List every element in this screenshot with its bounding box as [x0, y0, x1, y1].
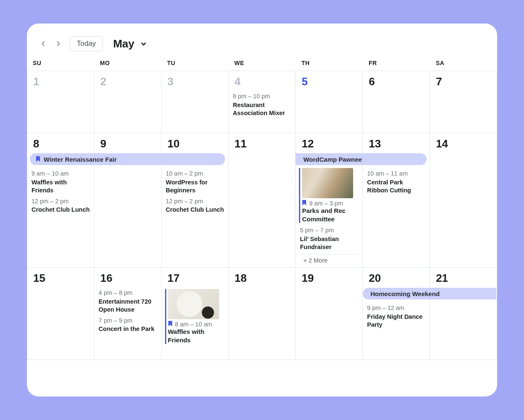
day-number: 3 — [162, 71, 228, 91]
calendar-window: Today May SU MO TU WE TH FR SA 1 2 3 4 8… — [27, 24, 497, 396]
dow-tu: TU — [161, 60, 228, 66]
dow-fr: FR — [363, 60, 430, 66]
dow-sa: SA — [430, 60, 497, 66]
event-time: 12 pm – 2 pm — [31, 197, 90, 206]
day-cell-6[interactable]: 6 — [363, 71, 430, 133]
day-number: 11 — [229, 133, 296, 153]
day-number: 20 — [363, 268, 430, 287]
event-time: 10 am – 2 pm — [166, 170, 224, 178]
dow-th: TH — [296, 60, 363, 66]
event-title: Friday Night Dance Party — [367, 313, 422, 328]
month-label: May — [113, 37, 134, 50]
day-cell-7[interactable]: 7 — [430, 71, 497, 133]
event-time: 10 am – 11 am — [367, 170, 425, 178]
event-time: 12 pm – 2 pm — [166, 197, 224, 206]
day-cell-16[interactable]: 16 4 pm – 8 pm Entertainment 720 Open Ho… — [94, 268, 162, 360]
event[interactable]: 10 am – 2 pm WordPress for Beginners — [162, 168, 228, 196]
day-cell-8[interactable]: 8 Winter Renaissance Fair 9 am – 10 am W… — [27, 133, 94, 268]
today-button[interactable]: Today — [70, 36, 103, 51]
day-number: 19 — [296, 268, 362, 287]
event-time: 7 pm – 9 pm — [99, 317, 157, 325]
dow-su: SU — [27, 60, 94, 66]
event[interactable]: 7 pm – 9 pm Concert in the Park — [94, 315, 161, 334]
day-cell-17[interactable]: 17 8 am – 10 am Waffles with Friends — [162, 268, 229, 360]
day-number: 21 — [430, 268, 497, 287]
multi-day-event-label: Homecoming Weekend — [370, 290, 440, 297]
event[interactable]: 9 pm – 12 am Friday Night Dance Party — [363, 302, 430, 330]
event[interactable]: 12 pm – 2 pm Crochet Club Lunch — [162, 196, 228, 215]
day-number: 8 — [27, 133, 94, 153]
event-time: 5 pm – 7 pm — [300, 226, 358, 235]
day-number: 15 — [27, 268, 94, 287]
more-events-link[interactable]: + 2 More — [299, 254, 359, 264]
event[interactable]: 12 pm – 2 pm Crochet Club Lunch — [27, 196, 94, 215]
chevron-left-icon — [41, 41, 47, 47]
event-time: 9 pm – 12 am — [367, 304, 425, 312]
day-of-week-header: SU MO TU WE TH FR SA — [27, 60, 497, 71]
event[interactable]: 10 am – 11 am Central Park Ribbon Cuttin… — [363, 168, 430, 196]
day-cell-21[interactable]: 21 — [430, 268, 497, 360]
day-number: 13 — [363, 133, 430, 153]
nav-arrows — [39, 39, 63, 49]
day-cell-18[interactable]: 18 — [229, 268, 296, 360]
event-thumbnail — [168, 289, 219, 319]
day-number: 6 — [363, 71, 430, 91]
chevron-right-icon — [55, 41, 61, 47]
event-title: Entertainment 720 Open House — [99, 298, 152, 313]
event-time: 4 pm – 8 pm — [99, 289, 157, 297]
toolbar: Today May — [27, 36, 497, 60]
bookmark-icon — [36, 156, 40, 163]
event-title: Lil’ Sebastian Fundraiser — [300, 236, 339, 251]
day-number: 2 — [94, 71, 161, 91]
event-time: 8 am – 10 am — [175, 321, 212, 328]
day-number: 7 — [430, 71, 497, 91]
day-cell-11[interactable]: 11 — [229, 133, 296, 268]
day-number: 16 — [94, 268, 161, 287]
day-cell-2[interactable]: 2 — [94, 71, 162, 133]
day-cell-20[interactable]: 20 Homecoming Weekend 9 pm – 12 am Frida… — [363, 268, 430, 360]
event-title: Central Park Ribbon Cutting — [367, 179, 411, 194]
day-number: 1 — [27, 71, 94, 91]
event[interactable]: 8 pm – 10 pm Restaurant Association Mixe… — [229, 91, 296, 118]
bookmark-icon — [168, 321, 173, 328]
event-title: Crochet Club Lunch — [31, 206, 90, 213]
next-button[interactable] — [53, 39, 63, 49]
multi-day-event-wordcamp[interactable]: WordCamp Pawnee — [296, 153, 427, 165]
multi-day-event-homecoming[interactable]: Homecoming Weekend — [363, 288, 496, 299]
event-title: Concert in the Park — [99, 326, 155, 332]
day-cell-15[interactable]: 15 — [27, 268, 94, 360]
event-title: Waffles with Friends — [168, 328, 225, 344]
multi-day-event-winter[interactable]: Winter Renaissance Fair — [30, 153, 225, 165]
day-number: 14 — [430, 133, 497, 153]
event-title: Restaurant Association Mixer — [233, 102, 285, 117]
day-cell-1[interactable]: 1 — [27, 71, 94, 133]
event-title: WordPress for Beginners — [166, 179, 208, 194]
event-title: Parks and Rec Committee — [302, 207, 359, 223]
day-cell-19[interactable]: 19 — [296, 268, 363, 360]
event-time: 8 pm – 10 pm — [233, 92, 291, 101]
day-number: 18 — [229, 268, 296, 287]
day-cell-3[interactable]: 3 — [162, 71, 229, 133]
dow-mo: MO — [94, 60, 161, 66]
day-cell-4[interactable]: 4 8 pm – 10 pm Restaurant Association Mi… — [229, 71, 296, 133]
event[interactable]: 9 am – 10 am Waffles with Friends — [27, 168, 94, 196]
event[interactable]: 5 pm – 7 pm Lil’ Sebastian Fundraiser — [296, 225, 362, 252]
day-cell-5[interactable]: 5 — [296, 71, 363, 133]
event-time: 9 am – 3 pm — [309, 200, 343, 207]
event-with-image[interactable]: 8 am – 10 am Waffles with Friends — [165, 289, 225, 344]
day-cell-14[interactable]: 14 — [430, 133, 497, 268]
event[interactable]: 4 pm – 8 pm Entertainment 720 Open House — [94, 287, 161, 315]
chevron-down-icon — [140, 40, 147, 47]
dow-we: WE — [228, 60, 296, 66]
day-number: 5 — [296, 71, 362, 91]
day-number: 9 — [94, 133, 161, 153]
day-number: 17 — [162, 268, 228, 287]
multi-day-event-label: Winter Renaissance Fair — [44, 156, 117, 163]
prev-button[interactable] — [39, 39, 49, 49]
event-with-image[interactable]: 9 am – 3 pm Parks and Rec Committee — [299, 168, 359, 223]
event-title: Waffles with Friends — [31, 179, 67, 194]
day-number: 4 — [229, 71, 296, 91]
day-cell-12[interactable]: 12 WordCamp Pawnee 9 am – 3 pm Parks and… — [296, 133, 363, 268]
day-number: 12 — [296, 133, 362, 153]
month-dropdown[interactable]: May — [113, 37, 147, 50]
